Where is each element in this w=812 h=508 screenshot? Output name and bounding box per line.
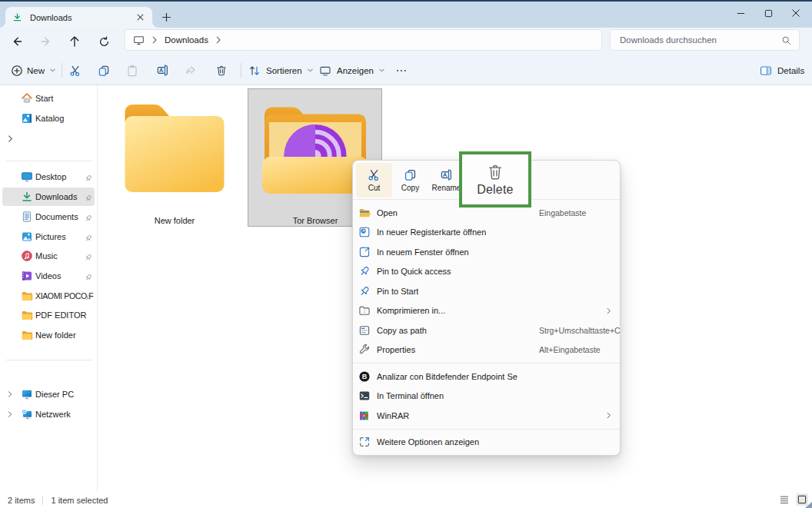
sidebar-item-dieser-pc[interactable]: Dieser PC xyxy=(2,385,95,403)
pin-icon xyxy=(84,271,93,281)
up-button[interactable] xyxy=(65,32,85,51)
pin-icon xyxy=(358,265,371,277)
sidebar-item-katalog[interactable]: Katalog xyxy=(2,109,95,128)
forward-button[interactable] xyxy=(36,32,56,51)
videos-icon xyxy=(21,270,33,282)
sidebar-item-music[interactable]: Music xyxy=(2,247,95,265)
tab-corner-decoration xyxy=(0,22,5,28)
winrar-icon xyxy=(358,410,371,422)
menu-item-properties[interactable]: Properties Alt+Eingabetaste xyxy=(353,340,620,360)
menu-item-open-new-tab[interactable]: In neuer Registerkarte öffnen xyxy=(353,223,620,243)
menu-item-bitdefender-scan[interactable]: B Analizar con Bitdefender Endpoint Se xyxy=(353,367,620,387)
sidebar: Start Katalog Desktop xyxy=(0,85,98,492)
menu-item-compress[interactable]: Komprimieren in... xyxy=(353,301,620,321)
open-new-tab-icon xyxy=(358,226,371,238)
menu-item-winrar[interactable]: WinRAR xyxy=(353,406,620,426)
share-button[interactable] xyxy=(180,60,201,81)
menu-item-label: Pin to Start xyxy=(377,287,418,296)
copy-icon xyxy=(98,65,110,77)
view-button[interactable]: Anzeigen xyxy=(314,60,390,81)
context-cut-button[interactable]: Cut xyxy=(356,163,392,198)
navigation-bar: Downloads Downloads durchsuchen xyxy=(0,28,812,55)
tree-expand-chevron-icon[interactable] xyxy=(4,410,16,418)
music-icon xyxy=(21,250,33,262)
tree-expand-chevron-icon[interactable] xyxy=(4,132,16,144)
sidebar-item-label: Start xyxy=(35,94,95,103)
sidebar-item-videos[interactable]: Videos xyxy=(2,267,95,285)
sidebar-item-documents[interactable]: Documents xyxy=(2,208,95,226)
menu-item-show-more-options[interactable]: Weitere Optionen anzeigen xyxy=(353,433,620,453)
chevron-down-icon xyxy=(378,67,385,74)
sidebar-item-desktop[interactable]: Desktop xyxy=(2,168,95,186)
more-options-icon xyxy=(358,436,371,448)
search-input[interactable]: Downloads durchsuchen xyxy=(610,29,800,51)
file-explorer-window: Downloads Downloads xyxy=(0,0,812,508)
open-new-window-icon xyxy=(358,246,371,258)
sidebar-item-netzwerk[interactable]: Netzwerk xyxy=(2,405,95,423)
new-button[interactable]: New xyxy=(6,60,61,81)
sidebar-item-downloads[interactable]: Downloads xyxy=(2,188,95,206)
more-options-button[interactable] xyxy=(391,60,412,81)
delete-button[interactable] xyxy=(211,60,232,81)
folder-item-new-folder[interactable] xyxy=(119,103,230,197)
menu-item-pin-start[interactable]: Pin to Start xyxy=(353,281,620,301)
menu-item-open-new-window[interactable]: In neuem Fenster öffnen xyxy=(353,242,620,262)
quick-action-label: Rename xyxy=(432,184,461,192)
breadcrumb-chevron-icon[interactable] xyxy=(215,36,221,44)
view-icon xyxy=(319,65,331,77)
pictures-icon xyxy=(21,231,33,243)
context-copy-button[interactable]: Copy xyxy=(392,163,428,198)
tree-expand-chevron-icon[interactable] xyxy=(4,390,16,398)
sidebar-item-pictures[interactable]: Pictures xyxy=(2,227,95,246)
copy-icon xyxy=(404,168,417,181)
folder-icon xyxy=(21,309,33,321)
this-pc-icon xyxy=(21,388,33,400)
details-pane-button[interactable]: Details xyxy=(755,60,809,81)
new-icon xyxy=(11,65,23,77)
desktop-icon xyxy=(21,171,33,183)
menu-item-copy-as-path[interactable]: Copy as path Strg+Umschalttaste+C xyxy=(353,320,620,340)
menu-item-label: Copy as path xyxy=(377,326,427,335)
back-button[interactable] xyxy=(7,32,27,51)
annotation-highlight-delete[interactable]: Delete xyxy=(459,151,531,208)
maximize-button[interactable] xyxy=(754,2,782,25)
bitdefender-icon: B xyxy=(358,370,371,383)
tab-title: Downloads xyxy=(30,13,134,22)
zip-folder-icon xyxy=(358,304,371,317)
details-pane-icon xyxy=(760,65,772,77)
sidebar-item-new-folder[interactable]: New folder xyxy=(2,326,95,344)
pin-icon xyxy=(358,285,371,297)
delete-icon xyxy=(215,65,228,77)
menu-item-pin-quick-access[interactable]: Pin to Quick access xyxy=(353,262,620,282)
pin-icon xyxy=(84,232,93,241)
rename-button[interactable] xyxy=(151,60,173,81)
sort-button[interactable]: Sortieren xyxy=(244,60,318,81)
chevron-down-icon xyxy=(49,67,56,74)
rename-icon xyxy=(156,64,169,77)
sidebar-item-xiaomi-poco[interactable]: XIAOMI POCO F xyxy=(2,287,95,305)
tab-close-icon[interactable] xyxy=(134,12,146,24)
menu-item-open-terminal[interactable]: In Terminal öffnen xyxy=(353,387,620,407)
search-placeholder: Downloads durchsuchen xyxy=(620,35,781,45)
close-button[interactable] xyxy=(782,2,810,25)
sidebar-item-label: Katalog xyxy=(35,114,95,123)
cut-button[interactable] xyxy=(65,60,86,81)
breadcrumb-chevron-icon xyxy=(151,36,158,44)
details-view-toggle[interactable] xyxy=(778,493,790,506)
minimize-button[interactable] xyxy=(727,2,754,25)
sidebar-item-pdf-editor[interactable]: PDF EDITOR xyxy=(2,306,95,324)
refresh-button[interactable] xyxy=(94,32,114,51)
breadcrumb-downloads[interactable]: Downloads xyxy=(165,35,208,45)
address-bar[interactable]: Downloads xyxy=(125,29,602,51)
submenu-chevron-icon xyxy=(605,412,612,419)
chevron-down-icon xyxy=(307,67,314,74)
new-tab-button[interactable] xyxy=(158,8,175,25)
sidebar-item-start[interactable]: Start xyxy=(2,89,95,108)
copy-button[interactable] xyxy=(93,60,115,81)
command-toolbar: New Sortieren Anzeigen xyxy=(0,55,812,85)
svg-text:B: B xyxy=(362,373,368,380)
submenu-chevron-icon xyxy=(605,307,612,314)
explorer-tab[interactable]: Downloads xyxy=(5,7,152,28)
paste-button[interactable] xyxy=(121,60,143,81)
file-name-label[interactable]: New folder xyxy=(113,216,236,225)
